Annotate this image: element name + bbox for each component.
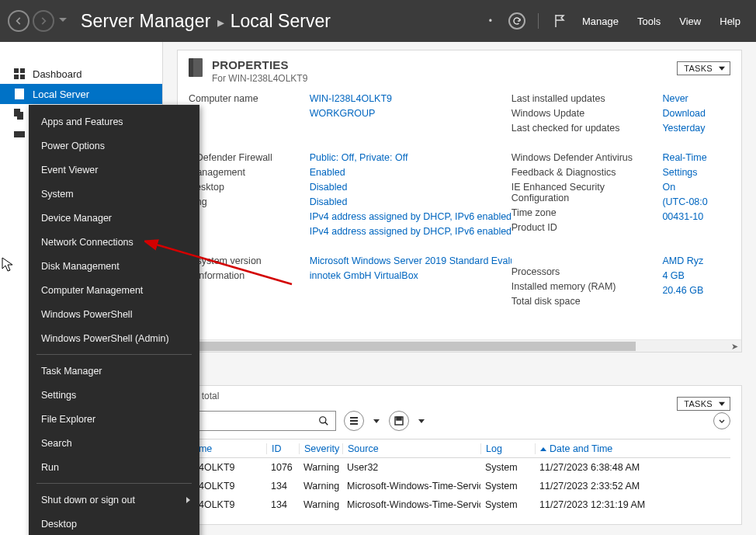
nav-history-dropdown[interactable] (59, 16, 67, 26)
property-value[interactable]: Yesterday (662, 123, 730, 134)
forward-button[interactable] (33, 10, 54, 32)
property-value[interactable]: Disabled (310, 182, 512, 193)
svg-rect-7 (14, 131, 25, 137)
notifications-flag-icon[interactable] (550, 11, 570, 31)
scrollbar-thumb[interactable] (178, 342, 636, 351)
property-value[interactable]: Real-Time (662, 152, 730, 163)
property-value[interactable]: Microsoft Windows Server 2019 Standard E… (310, 255, 512, 266)
property-value[interactable]: Disabled (310, 196, 512, 207)
events-cell: User32 (342, 462, 480, 473)
sidebar-item-dashboard[interactable]: Dashboard (0, 64, 162, 84)
events-cell: L4OLKT9 (189, 481, 266, 492)
ctx-event-viewer[interactable]: Event Viewer (29, 158, 199, 182)
property-value[interactable]: On (662, 182, 730, 193)
col-severity[interactable]: Severity (299, 443, 342, 454)
ctx-file-explorer[interactable]: File Explorer (29, 407, 199, 431)
menu-view[interactable]: View (673, 16, 707, 27)
svg-rect-2 (14, 75, 19, 79)
events-row[interactable]: L4OLKT9134WarningMicrosoft-Windows-Time-… (189, 477, 730, 495)
svg-rect-10 (350, 420, 358, 422)
property-label: Windows Update (512, 108, 663, 119)
ctx-search[interactable]: Search (29, 431, 199, 455)
ctx-disk-management[interactable]: Disk Management (29, 254, 199, 278)
property-value[interactable]: 20.46 GB (662, 285, 730, 296)
ctx-run[interactable]: Run (29, 455, 199, 479)
menu-tools[interactable]: Tools (631, 16, 667, 27)
property-label: s Defender Firewall (189, 152, 310, 163)
events-card: TASKS 25 total (177, 385, 742, 525)
property-value[interactable]: Settings (662, 167, 730, 178)
svg-rect-6 (17, 112, 23, 120)
scroll-right-icon[interactable]: ➤ (729, 342, 740, 351)
events-grid-header[interactable]: ame ID Severity Source Log Date and Time (189, 439, 730, 458)
events-cell: Microsoft-Windows-Time-Service (342, 481, 480, 492)
col-server-name[interactable]: ame (189, 443, 266, 454)
col-id[interactable]: ID (266, 443, 299, 454)
ctx-task-manager[interactable]: Task Manager (29, 359, 199, 383)
svg-rect-3 (20, 75, 25, 79)
property-value[interactable]: Public: Off, Private: Off (310, 152, 512, 163)
col-date-time[interactable]: Date and Time (535, 443, 730, 454)
breadcrumb: Server Manager ▸ Local Server (81, 11, 480, 32)
ctx-desktop[interactable]: Desktop (29, 512, 199, 535)
events-row[interactable]: L4OLKT91076WarningUser32System11/27/2023… (189, 458, 730, 477)
ctx-system[interactable]: System (29, 182, 199, 206)
property-label: Product ID (512, 222, 663, 233)
events-save-button[interactable] (389, 411, 409, 431)
property-value[interactable]: (UTC-08:0 (662, 196, 730, 207)
ctx-windows-powershell-admin[interactable]: Windows PowerShell (Admin) (29, 326, 199, 350)
properties-tasks-dropdown[interactable]: TASKS (677, 61, 730, 75)
property-label: Processors (512, 266, 663, 277)
properties-h-scrollbar[interactable]: ➤ (178, 339, 741, 352)
events-row[interactable]: L4OLKT9134WarningMicrosoft-Windows-Time-… (189, 495, 730, 514)
property-value[interactable]: AMD Ryz (662, 255, 730, 266)
property-label: up (189, 108, 310, 119)
breadcrumb-root[interactable]: Server Manager (81, 11, 211, 32)
ctx-windows-powershell[interactable]: Windows PowerShell (29, 302, 199, 326)
property-value[interactable]: IPv4 address assigned by DHCP, IPv6 enab… (310, 211, 512, 222)
server-icon (14, 89, 25, 99)
ctx-power-options[interactable]: Power Options (29, 134, 199, 158)
ctx-apps-and-features[interactable]: Apps and Features (29, 109, 199, 134)
ctx-settings[interactable]: Settings (29, 383, 199, 407)
property-value[interactable]: innotek GmbH VirtualBox (310, 270, 512, 281)
ctx-device-manager[interactable]: Device Manager (29, 206, 199, 230)
refresh-button[interactable] (507, 11, 527, 31)
property-value[interactable]: 00431-10 (662, 211, 730, 222)
property-value[interactable]: Never (662, 93, 730, 104)
events-cell: Microsoft-Windows-Time-Service (342, 499, 480, 510)
breadcrumb-leaf[interactable]: Local Server (231, 11, 331, 32)
property-value[interactable]: WIN-I238L4OLKT9 (310, 93, 512, 104)
ctx-network-connections[interactable]: Network Connections (29, 230, 199, 254)
events-tasks-dropdown[interactable]: TASKS (677, 397, 730, 411)
property-value[interactable]: 4 GB (662, 270, 730, 281)
events-view-options[interactable] (344, 411, 364, 431)
property-label: management (189, 167, 310, 178)
events-grid: ame ID Severity Source Log Date and Time… (189, 439, 730, 514)
property-value[interactable]: IPv4 address assigned by DHCP, IPv6 enab… (310, 226, 512, 237)
menu-help[interactable]: Help (713, 16, 747, 27)
header-caret-icon[interactable]: • (480, 11, 501, 31)
property-label: e information (189, 270, 310, 281)
app-header: Server Manager ▸ Local Server • Manage T… (0, 0, 756, 42)
chevron-down-icon[interactable] (372, 419, 381, 423)
property-value[interactable]: Download (662, 108, 730, 119)
ctx-computer-management[interactable]: Computer Management (29, 278, 199, 302)
ctx-shut-down-or-sign-out[interactable]: Shut down or sign out (29, 488, 199, 512)
properties-subtitle: For WIN-I238L4OLKT9 (212, 73, 307, 84)
events-cell: 134 (266, 499, 299, 510)
separator (538, 13, 539, 29)
property-value[interactable]: WORKGROUP (310, 108, 512, 119)
events-expand-button[interactable] (713, 412, 730, 429)
col-source[interactable]: Source (342, 443, 480, 454)
property-value[interactable]: Enabled (310, 167, 512, 178)
property-label: Windows Defender Antivirus (512, 152, 663, 163)
chevron-down-icon[interactable] (417, 419, 426, 423)
events-cell: 11/27/2023 2:33:52 AM (535, 481, 730, 492)
menu-manage[interactable]: Manage (576, 16, 625, 27)
events-filter-input[interactable] (189, 411, 336, 431)
back-button[interactable] (8, 10, 29, 32)
events-cell: 11/27/2023 6:38:48 AM (535, 462, 730, 473)
col-log[interactable]: Log (480, 443, 535, 454)
sidebar-item-local-server[interactable]: Local Server (0, 84, 162, 104)
